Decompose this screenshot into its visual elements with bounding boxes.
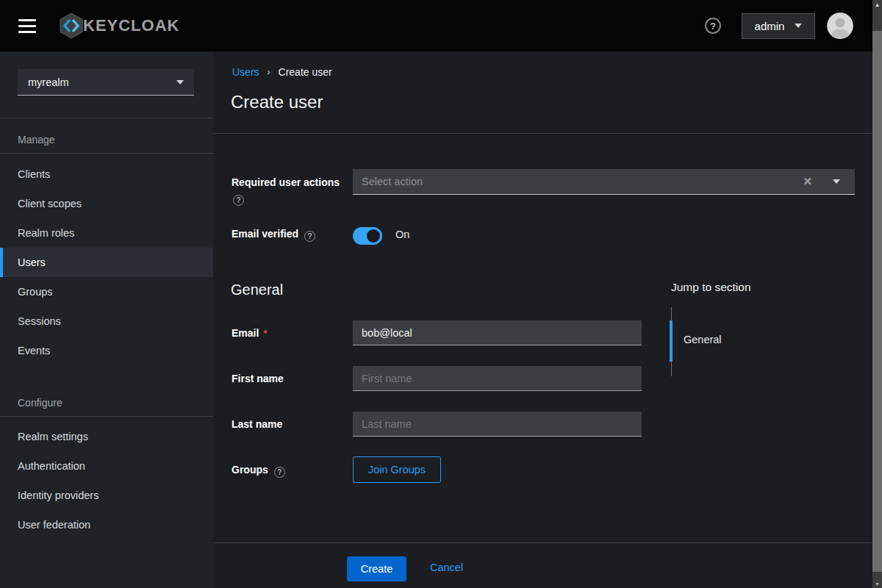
nav-item-label: Identity providers <box>18 490 98 501</box>
jump-section-current-indicator <box>670 320 673 362</box>
keycloak-logo-icon <box>57 11 86 40</box>
question-glyph: ? <box>277 468 282 476</box>
header-divider <box>213 133 872 134</box>
question-glyph: ? <box>236 196 240 204</box>
sidebar-item-user-federation[interactable]: User federation <box>0 510 213 539</box>
email-label: Email* <box>232 327 267 339</box>
help-icon[interactable]: ? <box>705 18 721 34</box>
masthead: KEYCLOAK ? admin <box>0 0 872 51</box>
sidebar-item-realm-settings[interactable]: Realm settings <box>0 422 213 451</box>
nav-item-label: Groups <box>18 286 53 298</box>
general-section-heading: General <box>231 282 283 298</box>
nav-item-label: Client scopes <box>18 198 82 209</box>
scroll-up-icon[interactable]: ▲ <box>872 2 882 7</box>
nav-item-label: Authentication <box>18 460 85 472</box>
sidebar-item-clients[interactable]: Clients <box>0 159 213 189</box>
email-field[interactable] <box>353 320 642 345</box>
last-name-field[interactable] <box>353 412 642 437</box>
keycloak-logo: KEYCLOAK <box>57 11 179 40</box>
email-verified-label: Email verified? <box>232 228 315 242</box>
caret-down-icon <box>176 80 184 85</box>
scroll-down-icon[interactable]: ▼ <box>872 581 882 587</box>
required-user-actions-help-icon[interactable]: ? <box>233 195 244 206</box>
breadcrumb-users-link[interactable]: Users <box>232 66 259 78</box>
nav-group-manage: Manage <box>18 134 55 146</box>
jump-link-general[interactable]: General <box>684 334 722 345</box>
email-verified-state: On <box>395 229 409 240</box>
groups-label-text: Groups <box>232 464 268 476</box>
breadcrumb-current: Create user <box>279 66 332 78</box>
sidebar-item-authentication[interactable]: Authentication <box>0 451 213 481</box>
user-menu-dropdown[interactable]: admin <box>742 13 815 39</box>
sidebar-item-sessions[interactable]: Sessions <box>0 306 213 336</box>
question-glyph: ? <box>710 21 716 32</box>
jump-to-section-label: Jump to section <box>671 281 751 294</box>
nav-item-label: Events <box>18 345 50 356</box>
email-verified-toggle[interactable] <box>353 227 382 245</box>
groups-label: Groups? <box>232 464 285 478</box>
footer-divider <box>213 542 872 543</box>
email-verified-help-icon[interactable]: ? <box>304 231 315 242</box>
realm-selector-value: myrealm <box>28 76 69 88</box>
sidebar-item-realm-roles[interactable]: Realm roles <box>0 218 213 248</box>
first-name-label: First name <box>232 373 284 384</box>
breadcrumb-separator-icon: › <box>268 67 270 77</box>
nav-item-label: Realm roles <box>18 227 74 239</box>
sidebar-nav: myrealm Manage Clients Client scopes Rea… <box>0 51 213 588</box>
breadcrumb: Users › Create user <box>232 66 332 78</box>
scrollbar-thumb[interactable] <box>872 31 882 572</box>
sidebar-item-client-scopes[interactable]: Client scopes <box>0 189 213 218</box>
nav-item-label: Clients <box>18 168 50 180</box>
brand-text: KEYCLOAK <box>83 16 179 35</box>
select-placeholder: Select action <box>362 176 423 187</box>
sidebar-item-identity-providers[interactable]: Identity providers <box>0 481 213 510</box>
last-name-label: Last name <box>232 418 282 430</box>
groups-help-icon[interactable]: ? <box>274 467 285 478</box>
sidebar-item-groups[interactable]: Groups <box>0 277 213 306</box>
caret-down-icon <box>795 24 802 28</box>
required-asterisk: * <box>263 328 267 339</box>
main-content: Users › Create user Create user Required… <box>213 51 872 588</box>
hamburger-menu-icon[interactable] <box>18 19 36 33</box>
sidebar-divider <box>0 416 213 417</box>
cancel-link[interactable]: Cancel <box>430 562 463 573</box>
nav-item-label: User federation <box>18 519 90 531</box>
toggle-knob <box>367 229 380 243</box>
required-user-actions-label: Required user actions <box>232 176 340 188</box>
user-menu-label: admin <box>755 20 785 32</box>
nav-item-label: Sessions <box>18 315 61 327</box>
clear-selection-icon[interactable]: ✕ <box>803 175 812 188</box>
email-label-text: Email <box>232 327 259 339</box>
nav-group-configure: Configure <box>18 397 62 409</box>
sidebar-divider <box>0 118 213 118</box>
email-verified-label-text: Email verified <box>232 228 298 240</box>
sidebar-divider <box>0 153 213 154</box>
join-groups-button[interactable]: Join Groups <box>353 456 441 483</box>
sidebar-item-users[interactable]: Users <box>0 248 213 277</box>
vertical-scrollbar[interactable]: ▲ ▼ <box>872 0 882 588</box>
first-name-field[interactable] <box>353 366 642 391</box>
caret-down-icon[interactable] <box>833 179 840 184</box>
avatar[interactable] <box>827 12 853 39</box>
required-user-actions-select[interactable]: Select action ✕ <box>353 169 855 195</box>
question-glyph: ? <box>307 232 312 240</box>
nav-item-label: Users <box>18 257 46 268</box>
page-title: Create user <box>231 92 323 112</box>
create-button[interactable]: Create <box>347 556 406 581</box>
realm-selector[interactable]: myrealm <box>18 69 194 96</box>
sidebar-item-events[interactable]: Events <box>0 336 213 365</box>
nav-item-label: Realm settings <box>18 431 88 442</box>
